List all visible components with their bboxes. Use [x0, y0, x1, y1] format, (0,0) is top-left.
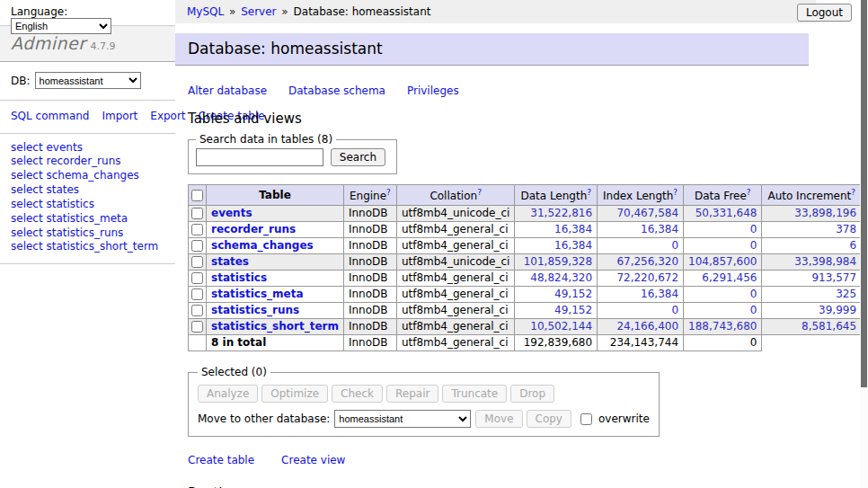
cell-collation: utf8mb4_general_ci	[396, 303, 515, 319]
cell-data-length: 48,824,320	[515, 271, 598, 287]
drop-button[interactable]: Drop	[510, 385, 554, 403]
row-checkbox[interactable]	[191, 288, 203, 300]
cell-collation: utf8mb4_general_ci	[396, 222, 515, 238]
create-link[interactable]: Create view	[281, 454, 345, 466]
vertical-scrollbar[interactable]	[860, 0, 868, 488]
db-selector-row: DB:homeassistant	[0, 62, 175, 101]
scrollbar-thumb[interactable]	[861, 0, 867, 387]
language-select[interactable]: English	[11, 18, 111, 34]
table-row: statistics_runsInnoDButf8mb4_general_ci4…	[189, 303, 868, 319]
row-checkbox[interactable]	[191, 256, 203, 268]
overwrite-checkbox[interactable]	[580, 413, 592, 425]
cell-collation: utf8mb4_unicode_ci	[396, 254, 515, 271]
table-row: statisticsInnoDButf8mb4_general_ci48,824…	[189, 271, 868, 287]
overwrite-label: overwrite	[598, 413, 650, 425]
table-name-link[interactable]: recorder_runs	[211, 223, 296, 235]
row-checkbox[interactable]	[191, 240, 203, 252]
table-name-link[interactable]: statistics_short_term	[211, 320, 339, 333]
column-hint-link[interactable]: ?	[477, 188, 482, 197]
create-link[interactable]: Create table	[188, 454, 254, 466]
page-title: Database: homeassistant	[175, 33, 809, 66]
sidebar-table-link[interactable]: select statistics_meta	[11, 212, 164, 226]
cell-data-length: 49,152	[515, 287, 598, 303]
sidebar-table-link[interactable]: select statistics_short_term	[11, 240, 164, 254]
sidebar-table-link[interactable]: select schema_changes	[11, 169, 164, 183]
total-data-length: 192,839,680	[515, 335, 598, 351]
total-label: 8 in total	[207, 335, 344, 351]
table-name-link[interactable]: events	[211, 207, 252, 219]
db-select[interactable]: homeassistant	[35, 72, 141, 89]
cell-table-name: statistics	[207, 271, 344, 287]
row-checkbox[interactable]	[191, 321, 203, 333]
cell-data-free: 0	[684, 222, 762, 238]
cell-auto-increment: 913,577	[762, 271, 862, 287]
cell-engine: InnoDB	[343, 287, 396, 303]
table-name-link[interactable]: statistics	[211, 271, 267, 284]
cell-table-name: events	[207, 206, 344, 222]
cell-table-name: states	[207, 254, 344, 271]
cell-data-free: 50,331,648	[684, 206, 762, 222]
sidebar-table-link[interactable]: select statistics_runs	[11, 226, 164, 241]
sidebar-action-link[interactable]: Import	[102, 110, 137, 122]
table-total-row: 8 in totalInnoDButf8mb4_general_ci192,83…	[189, 335, 868, 351]
logout-button[interactable]: Logout	[797, 4, 852, 22]
move-db-select[interactable]: homeassistant	[334, 410, 471, 428]
column-hint-link[interactable]: ?	[747, 188, 751, 197]
row-checkbox[interactable]	[191, 208, 203, 219]
sidebar-table-link[interactable]: select states	[11, 183, 164, 198]
cell-engine: InnoDB	[343, 271, 396, 287]
column-hint-link[interactable]: ?	[386, 188, 391, 197]
column-hint-link[interactable]: ?	[673, 188, 678, 197]
database-nav-link[interactable]: Privileges	[407, 84, 459, 97]
breadcrumb-link[interactable]: Server	[241, 5, 276, 18]
cell-table-name: schema_changes	[207, 238, 344, 254]
analyze-button[interactable]: Analyze	[198, 385, 258, 403]
main-content: MySQL » Server » Database: homeassistant…	[175, 0, 868, 488]
optimize-button[interactable]: Optimize	[261, 385, 328, 403]
table-name-link[interactable]: statistics_meta	[211, 288, 304, 300]
row-checkbox-cell	[189, 319, 207, 335]
sidebar-table-link[interactable]: select recorder_runs	[11, 155, 164, 169]
cell-table-name: statistics_meta	[207, 287, 344, 303]
column-hint-link[interactable]: ?	[587, 188, 591, 197]
cell-index-length: 16,384	[598, 287, 684, 303]
row-checkbox[interactable]	[191, 224, 203, 235]
row-checkbox[interactable]	[191, 272, 203, 284]
sidebar-action-link[interactable]: SQL command	[11, 110, 89, 122]
check-button[interactable]: Check	[332, 385, 383, 403]
breadcrumb-link[interactable]: MySQL	[187, 5, 224, 18]
sidebar-table-link[interactable]: select statistics	[11, 198, 164, 212]
column-hint-link[interactable]: ?	[851, 188, 855, 197]
cell-collation: utf8mb4_general_ci	[396, 271, 515, 287]
table-name-link[interactable]: states	[211, 255, 249, 268]
sidebar-table-link[interactable]: select events	[11, 141, 164, 155]
total-collation: utf8mb4_general_ci	[396, 335, 515, 351]
cell-engine: InnoDB	[343, 303, 396, 319]
header-checkbox-cell	[189, 185, 207, 206]
select-all-checkbox[interactable]	[191, 190, 203, 201]
database-nav-link[interactable]: Database schema	[288, 84, 385, 97]
database-nav-link[interactable]: Alter database	[188, 84, 267, 97]
table-name-link[interactable]: statistics_runs	[211, 304, 299, 316]
table-row: eventsInnoDButf8mb4_unicode_ci31,522,816…	[189, 206, 868, 222]
table-row: statistics_short_termInnoDButf8mb4_gener…	[189, 319, 868, 335]
column-header-engine: Engine?	[343, 185, 396, 206]
database-nav-links: Alter databaseDatabase schemaPrivileges	[188, 84, 868, 97]
tables-table: TableEngine?Collation?Data Length?Index …	[188, 184, 868, 351]
copy-button[interactable]: Copy	[527, 410, 571, 428]
row-checkbox[interactable]	[191, 305, 203, 316]
search-input[interactable]	[196, 148, 323, 166]
move-button[interactable]: Move	[475, 410, 522, 428]
total-data-free: 0	[684, 335, 762, 351]
total-empty-cell	[189, 335, 207, 351]
cell-auto-increment: 39,999	[762, 303, 862, 319]
search-button[interactable]: Search	[331, 148, 385, 166]
table-name-link[interactable]: schema_changes	[211, 239, 314, 252]
cell-data-free: 0	[684, 303, 762, 319]
cell-index-length: 16,384	[598, 222, 684, 238]
cell-index-length: 0	[598, 238, 684, 254]
cell-auto-increment: 325	[762, 287, 862, 303]
cell-data-free: 0	[684, 287, 762, 303]
repair-button[interactable]: Repair	[386, 385, 438, 403]
truncate-button[interactable]: Truncate	[442, 385, 507, 403]
